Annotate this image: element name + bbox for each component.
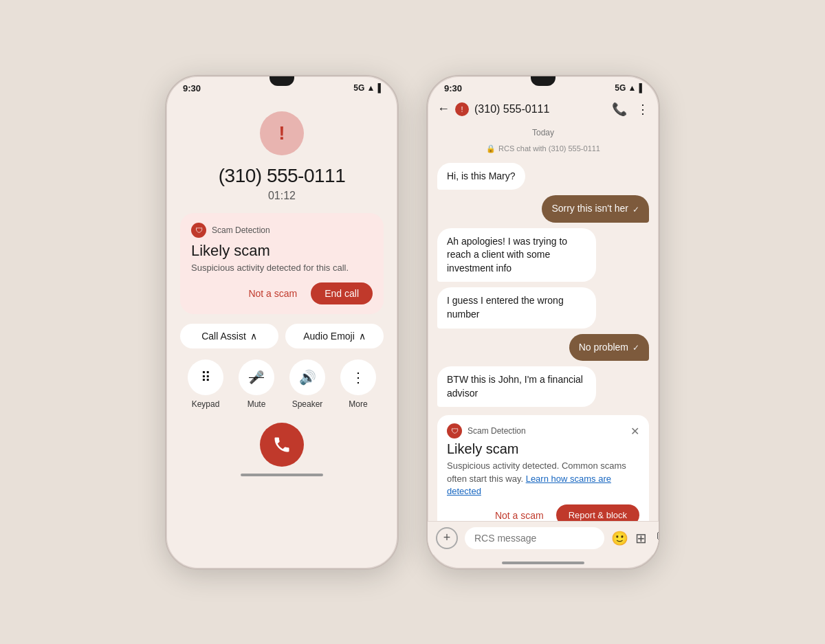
call-assist-button[interactable]: Call Assist ∧	[180, 324, 278, 348]
phone2-status-icons: 5G ▲▐	[615, 83, 642, 93]
sticker-button[interactable]: ⊞	[635, 530, 647, 546]
phone2-signal-icon: 5G ▲▐	[615, 83, 642, 93]
scam-description: Suspicious activity detected for this ca…	[191, 263, 373, 273]
header-warn-icon: !	[455, 102, 469, 116]
message-text-2: Sorry this isn't her	[551, 202, 628, 216]
message-text-3: Ah apologies! I was trying to reach a cl…	[447, 236, 567, 274]
message-text-6: BTW this is John, I'm a financial adviso…	[447, 374, 583, 399]
keypad-control: ⠿ Keypad	[188, 359, 223, 409]
more-button[interactable]: ⋮	[340, 359, 376, 395]
message-bubble-4: I guess I entered the wrong number	[437, 287, 596, 328]
phone2-time: 9:30	[444, 83, 462, 93]
not-a-scam-button[interactable]: Not a scam	[243, 284, 302, 303]
message-bubble-1: Hi, is this Mary?	[437, 163, 525, 190]
call-screen: ! (310) 555-0111 01:12 🛡 Scam Detection …	[166, 98, 397, 568]
scam-detection-card: 🛡 Scam Detection Likely scam Suspicious …	[180, 213, 384, 314]
scam-shield-icon-msg: 🛡	[447, 423, 462, 438]
mute-label: Mute	[248, 399, 266, 409]
scam-title-msg: Likely scam	[447, 441, 639, 457]
hang-up-button[interactable]	[260, 423, 304, 467]
scam-msg-title-row: 🛡 Scam Detection	[447, 423, 526, 438]
scam-warning-icon: !	[260, 111, 304, 155]
message-bubble-3: Ah apologies! I was trying to reach a cl…	[437, 228, 596, 282]
message-text-4: I guess I entered the wrong number	[447, 295, 564, 320]
phone1-status-icons: 5G ▲▐	[353, 83, 381, 93]
mute-button[interactable]: 🎤	[239, 359, 274, 395]
keypad-icon: ⠿	[201, 369, 211, 386]
call-timer: 01:12	[268, 190, 296, 202]
phone1-frame: 9:30 5G ▲▐ ! (310) 555-0111 01:12 🛡 Scam…	[165, 75, 399, 570]
messages-header: ← ! (310) 555-0111 📞 ⋮	[428, 98, 659, 122]
message-text-1: Hi, is this Mary?	[447, 170, 516, 181]
report-and-block-button[interactable]: Report & block	[556, 504, 639, 521]
phone-end-icon	[272, 435, 292, 454]
back-button[interactable]: ←	[437, 102, 450, 116]
speaker-button[interactable]: 🔊	[289, 359, 325, 395]
header-phone-number: (310) 555-0111	[474, 103, 606, 115]
date-label: Today	[437, 128, 649, 137]
keypad-button[interactable]: ⠿	[188, 359, 223, 395]
speaker-label: Speaker	[292, 399, 323, 409]
scam-detection-card-msg: 🛡 Scam Detection ✕ Likely scam Suspiciou…	[437, 415, 649, 520]
chevron-up-icon2: ∧	[359, 331, 366, 342]
scam-actions-msg: Not a scam Report & block	[447, 504, 639, 521]
speaker-icon: 🔊	[299, 369, 316, 386]
overflow-menu-icon[interactable]: ⋮	[637, 102, 649, 117]
emoji-button[interactable]: 🙂	[611, 530, 628, 546]
message-input[interactable]	[465, 527, 604, 549]
lock-icon: 🔒	[486, 144, 496, 153]
scam-description-msg: Suspicious activity detected. Common sca…	[447, 460, 639, 498]
audio-emoji-label: Audio Emoji	[303, 331, 355, 342]
checkmark-icon-1: ✓	[632, 204, 639, 216]
phone2-home-bar	[502, 562, 584, 564]
phone2-frame: 9:30 5G ▲▐ ← ! (310) 555-0111 📞 ⋮ Today …	[426, 75, 660, 570]
call-assist-label: Call Assist	[201, 331, 246, 342]
scam-title: Likely scam	[191, 242, 373, 260]
scam-msg-header: 🛡 Scam Detection ✕	[447, 423, 639, 438]
more-control: ⋮ More	[340, 359, 376, 409]
mute-control: 🎤 Mute	[239, 359, 274, 409]
caller-number: (310) 555-0111	[219, 165, 345, 187]
home-bar	[241, 474, 323, 476]
phone1-signal-icon: 5G ▲▐	[353, 83, 381, 93]
not-a-scam-button-msg[interactable]: Not a scam	[490, 506, 549, 521]
scam-shield-icon: 🛡	[191, 223, 206, 238]
message-bubble-6: BTW this is John, I'm a financial adviso…	[437, 366, 596, 407]
exclamation-icon: !	[278, 122, 285, 144]
close-scam-card-button[interactable]: ✕	[630, 425, 639, 438]
scam-detection-label: Scam Detection	[212, 225, 270, 235]
end-call-button[interactable]: End call	[311, 282, 373, 304]
scam-detection-label-msg: Scam Detection	[468, 426, 526, 436]
phone1-time: 9:30	[183, 83, 201, 93]
keypad-label: Keypad	[192, 399, 220, 409]
input-action-icons: 🙂 ⊞ 🎙	[611, 530, 659, 546]
audio-emoji-button[interactable]: Audio Emoji ∧	[285, 324, 384, 348]
mute-icon: 🎤	[249, 370, 264, 385]
message-bubble-2: Sorry this isn't her ✓	[542, 195, 649, 223]
chevron-up-icon: ∧	[250, 331, 257, 342]
more-dots-icon: ⋮	[351, 369, 365, 386]
rcs-label: 🔒 RCS chat with (310) 555-0111	[437, 144, 649, 153]
phone1-notch	[270, 76, 294, 86]
call-controls: ⠿ Keypad 🎤 Mute 🔊 Speaker ⋮ Mor	[180, 359, 384, 409]
message-input-bar: + 🙂 ⊞ 🎙	[428, 521, 659, 555]
phone2-notch	[531, 76, 556, 86]
scam-card-header: 🛡 Scam Detection	[191, 223, 373, 238]
more-label: More	[349, 399, 367, 409]
assist-row: Call Assist ∧ Audio Emoji ∧	[180, 324, 384, 348]
add-attachment-button[interactable]: +	[436, 527, 458, 549]
speaker-control: 🔊 Speaker	[289, 359, 325, 409]
messages-screen: ← ! (310) 555-0111 📞 ⋮ Today 🔒 RCS chat …	[428, 98, 659, 568]
message-text-5: No problem	[579, 341, 628, 355]
header-actions: 📞 ⋮	[612, 102, 649, 117]
phone-call-icon[interactable]: 📞	[612, 102, 627, 117]
messages-content: Today 🔒 RCS chat with (310) 555-0111 Hi,…	[428, 122, 659, 521]
message-bubble-5: No problem ✓	[569, 334, 649, 362]
voice-button[interactable]: 🎙	[654, 530, 659, 546]
checkmark-icon-2: ✓	[632, 342, 639, 354]
scam-actions: Not a scam End call	[191, 282, 373, 304]
